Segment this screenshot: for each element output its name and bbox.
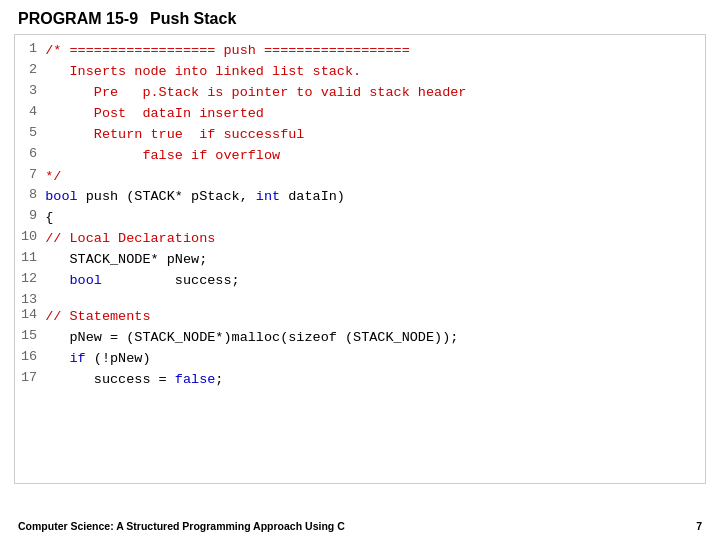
table-row: 9{ <box>15 208 695 229</box>
code-box: 1/* ================== push ============… <box>14 34 706 484</box>
line-number: 10 <box>15 229 45 250</box>
table-row: 14// Statements <box>15 307 695 328</box>
line-number: 14 <box>15 307 45 328</box>
table-row: 13 <box>15 292 695 307</box>
table-row: 12 bool success; <box>15 271 695 292</box>
table-row: 15 pNew = (STACK_NODE*)malloc(sizeof (ST… <box>15 328 695 349</box>
footer-left: Computer Science: A Structured Programmi… <box>18 520 345 532</box>
code-content: success = false; <box>45 370 695 391</box>
line-number: 3 <box>15 83 45 104</box>
code-content: bool success; <box>45 271 695 292</box>
table-row: 1/* ================== push ============… <box>15 41 695 62</box>
code-content: pNew = (STACK_NODE*)malloc(sizeof (STACK… <box>45 328 695 349</box>
line-number: 4 <box>15 104 45 125</box>
code-content: */ <box>45 167 695 188</box>
table-row: 3 Pre p.Stack is pointer to valid stack … <box>15 83 695 104</box>
line-number: 5 <box>15 125 45 146</box>
table-row: 4 Post dataIn inserted <box>15 104 695 125</box>
code-content: Return true if successful <box>45 125 695 146</box>
program-subtitle: Push Stack <box>150 10 236 28</box>
code-content: { <box>45 208 695 229</box>
table-row: 7*/ <box>15 167 695 188</box>
line-number: 15 <box>15 328 45 349</box>
line-number: 12 <box>15 271 45 292</box>
code-content: false if overflow <box>45 146 695 167</box>
line-number: 13 <box>15 292 45 307</box>
code-content: Inserts node into linked list stack. <box>45 62 695 83</box>
code-content: // Local Declarations <box>45 229 695 250</box>
table-row: 11 STACK_NODE* pNew; <box>15 250 695 271</box>
table-row: 17 success = false; <box>15 370 695 391</box>
footer-right: 7 <box>696 520 702 532</box>
line-number: 2 <box>15 62 45 83</box>
code-content: bool push (STACK* pStack, int dataIn) <box>45 187 695 208</box>
line-number: 17 <box>15 370 45 391</box>
code-content: // Statements <box>45 307 695 328</box>
line-number: 11 <box>15 250 45 271</box>
table-row: 10// Local Declarations <box>15 229 695 250</box>
line-number: 7 <box>15 167 45 188</box>
program-label: PROGRAM 15-9 <box>18 10 138 28</box>
line-number: 1 <box>15 41 45 62</box>
table-row: 6 false if overflow <box>15 146 695 167</box>
line-number: 9 <box>15 208 45 229</box>
page-title-area: PROGRAM 15-9 Push Stack <box>0 0 720 34</box>
code-content: Post dataIn inserted <box>45 104 695 125</box>
table-row: 5 Return true if successful <box>15 125 695 146</box>
code-content: Pre p.Stack is pointer to valid stack he… <box>45 83 695 104</box>
line-number: 8 <box>15 187 45 208</box>
table-row: 16 if (!pNew) <box>15 349 695 370</box>
table-row: 8bool push (STACK* pStack, int dataIn) <box>15 187 695 208</box>
line-number: 6 <box>15 146 45 167</box>
footer: Computer Science: A Structured Programmi… <box>18 520 702 532</box>
code-table: 1/* ================== push ============… <box>15 41 695 391</box>
table-row: 2 Inserts node into linked list stack. <box>15 62 695 83</box>
code-content: if (!pNew) <box>45 349 695 370</box>
line-number: 16 <box>15 349 45 370</box>
code-content: STACK_NODE* pNew; <box>45 250 695 271</box>
code-content <box>45 292 695 307</box>
code-content: /* ================== push =============… <box>45 41 695 62</box>
